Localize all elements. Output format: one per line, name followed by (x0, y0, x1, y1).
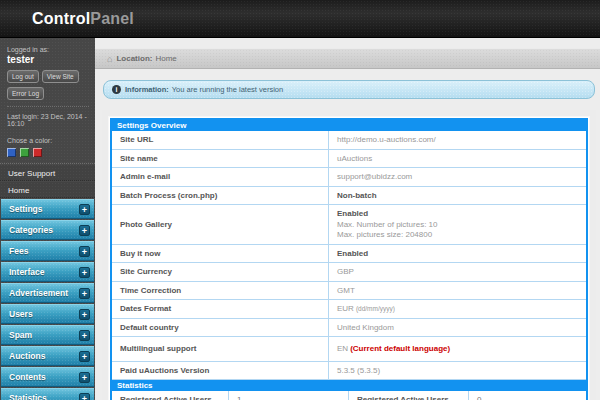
table-row-time-correction: Time Correction GMT (112, 282, 586, 301)
logged-in-label: Logged in as: (7, 46, 89, 53)
statistics-header: Statistics (112, 380, 586, 391)
sidebar-item-spam[interactable]: Spam+ (1, 325, 94, 345)
row-value: http://demo.u-auctions.com/ (337, 135, 436, 145)
table-row-multilingual: Multilingual support EN (Current default… (112, 337, 586, 362)
info-banner-label: Information: (125, 85, 169, 94)
plus-icon[interactable]: + (79, 288, 90, 299)
menu-label: Categories (9, 225, 53, 235)
settings-table-header: Settings Overview (112, 120, 586, 131)
menu-label: Contents (9, 372, 46, 382)
table-row-site-name: Site name uAuctions (112, 150, 586, 169)
row-label: Site name (112, 150, 328, 168)
table-row-admin-email: Admin e-mail support@ubidzz.com (112, 168, 586, 187)
table-row-dates-format: Dates Format EUR (dd/mm/yyyy) (112, 300, 586, 319)
color-swatch-red[interactable] (33, 148, 42, 157)
row-value: United Kingdom (337, 323, 394, 333)
logo-text-control: Control (32, 10, 90, 27)
sidebar: Logged in as: tester Log out View Site E… (0, 38, 95, 400)
row-value: GBP (337, 267, 354, 277)
stat-label: Registered Active Users (348, 391, 468, 400)
row-value: GMT (337, 286, 355, 296)
menu-label: Advertisement (9, 288, 68, 298)
row-label: Multilingual support (112, 337, 328, 361)
main-content: Location: Home i Information: You are ru… (95, 38, 600, 400)
sidebar-item-settings[interactable]: Settings+ (1, 199, 94, 219)
row-value-note: (dd/mm/yyyy) (356, 304, 395, 314)
menu-label: Users (9, 309, 33, 319)
row-value: uAuctions (337, 154, 372, 164)
sidebar-item-user-support[interactable]: User Support (0, 164, 95, 181)
plus-icon[interactable]: + (79, 372, 90, 383)
menu-label: Auctions (9, 351, 45, 361)
view-site-button[interactable]: View Site (42, 70, 79, 83)
sidebar-item-home[interactable]: Home (0, 181, 95, 198)
row-label: Buy it now (112, 245, 328, 263)
sidebar-item-fees[interactable]: Fees+ (1, 241, 94, 261)
top-bar: ControlPanel (0, 0, 600, 38)
breadcrumb: Location: Home (95, 48, 600, 69)
sidebar-item-users[interactable]: Users+ (1, 304, 94, 324)
sidebar-item-contents[interactable]: Contents+ (1, 367, 94, 387)
row-value: Enabled (337, 249, 368, 259)
sidebar-item-auctions[interactable]: Auctions+ (1, 346, 94, 366)
app-logo[interactable]: ControlPanel (32, 10, 134, 28)
table-row-batch-process: Batch Process (cron.php) Non-batch (112, 187, 586, 206)
sidebar-item-categories[interactable]: Categories+ (1, 220, 94, 240)
menu-label: Spam (9, 330, 32, 340)
logout-button[interactable]: Log out (7, 70, 39, 83)
table-row-site-currency: Site Currency GBP (112, 263, 586, 282)
logo-text-panel: Panel (90, 10, 134, 27)
home-icon (107, 54, 112, 64)
row-label: Photo Gallery (112, 205, 328, 244)
content-panel: Settings Overview Site URL http://demo.u… (102, 110, 596, 400)
row-label: Time Correction (112, 282, 328, 300)
stat-label: Registered Active Users (112, 391, 228, 400)
table-row-default-country: Default country United Kingdom (112, 319, 586, 338)
sidebar-item-statistics[interactable]: Statistics+ (1, 388, 94, 400)
stat-value: 0 (468, 391, 586, 400)
row-value: EN (337, 344, 348, 354)
row-value-line: Max. Number of pictures: 10 (337, 220, 578, 230)
color-swatch-green[interactable] (20, 148, 29, 157)
plus-icon[interactable]: + (79, 309, 90, 320)
plus-icon[interactable]: + (79, 330, 90, 341)
plus-icon[interactable]: + (79, 393, 90, 400)
sidebar-item-interface[interactable]: Interface+ (1, 262, 94, 282)
divider (7, 106, 89, 107)
sidebar-item-advertisement[interactable]: Advertisement+ (1, 283, 94, 303)
last-login-text: Last login: 23 Dec, 2014 - 16:10 (7, 113, 89, 127)
row-label: Site URL (112, 131, 328, 149)
plus-icon[interactable]: + (79, 246, 90, 257)
plus-icon[interactable]: + (79, 204, 90, 215)
table-row-buy-it-now: Buy it now Enabled (112, 245, 586, 264)
row-value-line: Enabled (337, 209, 578, 219)
row-label: Site Currency (112, 263, 328, 281)
row-value-line: Max. pictures size: 204800 (337, 230, 578, 240)
table-row-photo-gallery: Photo Gallery Enabled Max. Number of pic… (112, 205, 586, 245)
choose-color-label: Chose a color: (7, 137, 89, 144)
statistics-row: Registered Active Users 1 Registered Act… (112, 391, 586, 400)
row-label: Batch Process (cron.php) (112, 187, 328, 205)
table-row-site-url: Site URL http://demo.u-auctions.com/ (112, 131, 586, 150)
row-label: Dates Format (112, 300, 328, 318)
menu-label: Interface (9, 267, 44, 277)
row-value: support@ubidzz.com (337, 172, 412, 182)
breadcrumb-home-link[interactable]: Home (155, 54, 176, 63)
menu-label: Fees (9, 246, 28, 256)
info-banner: i Information: You are running the lates… (103, 80, 595, 99)
plus-icon[interactable]: + (79, 351, 90, 362)
plus-icon[interactable]: + (79, 225, 90, 236)
control-panel-screen: ControlPanel Logged in as: tester Log ou… (0, 0, 600, 400)
plus-icon[interactable]: + (79, 267, 90, 278)
row-value: Non-batch (337, 191, 377, 201)
row-value: EUR (337, 304, 354, 314)
username: tester (7, 54, 89, 65)
info-icon: i (112, 85, 121, 94)
row-value-highlight: (Current default language) (350, 344, 450, 354)
color-swatch-blue[interactable] (7, 148, 16, 157)
row-label: Paid uAuctions Version (112, 362, 328, 380)
menu-label: Settings (9, 204, 43, 214)
sidebar-menu: Settings+ Categories+ Fees+ Interface+ A… (0, 199, 95, 400)
error-log-button[interactable]: Error Log (7, 87, 44, 100)
table-row-paid-version: Paid uAuctions Version 5.3.5 (5.3.5) (112, 362, 586, 381)
